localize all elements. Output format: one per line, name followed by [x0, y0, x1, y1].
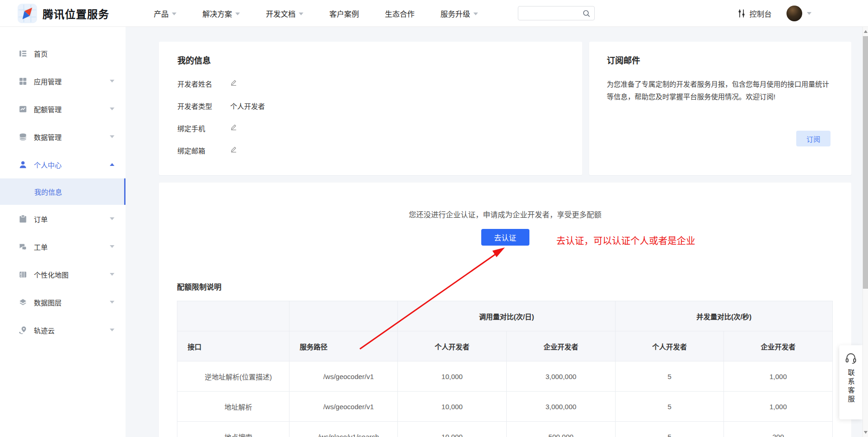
empty-header-cell: [289, 301, 398, 331]
nav-ecosystem[interactable]: 生态合作: [385, 8, 415, 19]
nav-solutions[interactable]: 解决方案: [202, 8, 240, 19]
sidebar-item-orders[interactable]: 订单: [0, 205, 126, 233]
sidebar-item-custom-map[interactable]: 个性化地图: [0, 260, 126, 288]
profile-field-name: 开发者姓名: [177, 79, 582, 88]
scrollbar-down-arrow[interactable]: [864, 431, 868, 434]
profile-field-phone: 绑定手机: [177, 123, 582, 133]
table-row: 逆地址解析(位置描述) /ws/geocoder/v1 10,000 3,000…: [177, 361, 833, 392]
search-input[interactable]: [522, 7, 582, 19]
main-nav: 产品 解决方案 开发文档 客户案例 生态合作 服务升级: [154, 8, 478, 19]
top-header: 腾讯位置服务 产品 解决方案 开发文档 客户案例 生态合作 服务升级 控制台: [0, 0, 868, 27]
chat-icon: [19, 242, 27, 251]
chevron-down-icon: [110, 108, 114, 110]
sidebar-subitem-my-info[interactable]: 我的信息: [0, 178, 126, 205]
grid-icon: [19, 77, 27, 86]
chevron-down-icon: [110, 245, 114, 248]
sidebar-item-home[interactable]: 首页: [0, 39, 126, 67]
console-link[interactable]: 控制台: [737, 8, 772, 19]
nav-products[interactable]: 产品: [154, 8, 176, 19]
subscribe-card: 订阅邮件 为您准备了专属定制的开发者服务月报，包含您每月使用的接口用量统计等信息…: [589, 42, 851, 175]
location-pin-icon: [19, 326, 27, 335]
nav-docs[interactable]: 开发文档: [266, 8, 303, 19]
chevron-down-icon: [110, 329, 114, 331]
avatar[interactable]: [786, 6, 802, 21]
compass-logo-icon: [18, 4, 37, 23]
col-header-personal-calls: 个人开发者: [398, 331, 507, 361]
edit-pencil-icon[interactable]: [230, 124, 237, 133]
chevron-down-icon: [110, 273, 114, 276]
developer-type-value: 个人开发者: [230, 101, 265, 111]
sidebar-item-personal-center[interactable]: 个人中心: [0, 151, 126, 178]
subscribe-card-title: 订阅邮件: [607, 54, 833, 66]
support-label: 联系客服: [846, 369, 856, 404]
chevron-down-icon: [299, 13, 303, 15]
annotation-text: 去认证，可以认证个人或者是企业: [556, 234, 695, 247]
certification-message: 您还没进行企业认证，申请成为企业开发者，享受更多配额: [159, 183, 851, 220]
sidebar-item-quota[interactable]: 配额管理: [0, 95, 126, 123]
chevron-down-icon: [235, 13, 240, 15]
brand-name: 腾讯位置服务: [43, 6, 109, 21]
chevron-down-icon[interactable]: [807, 12, 811, 15]
col-header-api: 接口: [177, 331, 289, 361]
quota-table-header-row: 接口 服务路径 个人开发者 企业开发者 个人开发者 企业开发者: [177, 331, 833, 361]
profile-card: 我的信息 开发者姓名 开发者类型 个人开发者 绑定手机 绑定邮箱: [159, 42, 582, 175]
chevron-down-icon: [110, 217, 114, 220]
go-certify-button[interactable]: 去认证: [481, 229, 529, 246]
search-box[interactable]: [518, 6, 595, 20]
brand-logo[interactable]: 腾讯位置服务: [18, 4, 109, 23]
group-header-concurrency: 并发量对比(次/秒): [616, 301, 833, 331]
edit-pencil-icon[interactable]: [230, 146, 237, 155]
sidebar-item-track-cloud[interactable]: 轨迹云: [0, 316, 126, 344]
home-list-icon: [19, 49, 27, 58]
profile-field-email: 绑定邮箱: [177, 146, 582, 155]
contact-support-widget[interactable]: 联系客服: [839, 345, 862, 419]
vertical-scrollbar[interactable]: [862, 27, 868, 437]
chevron-down-icon: [110, 301, 114, 304]
user-icon: [19, 160, 27, 169]
sidebar-item-data[interactable]: 数据管理: [0, 123, 126, 151]
quota-table-group-header-row: 调用量对比(次/日) 并发量对比(次/秒): [177, 301, 833, 331]
col-header-path: 服务路径: [289, 331, 398, 361]
database-icon: [19, 133, 27, 141]
clipboard-icon: [19, 215, 27, 223]
chevron-down-icon: [473, 13, 478, 15]
main-content: 我的信息 开发者姓名 开发者类型 个人开发者 绑定手机 绑定邮箱 订阅邮件 为您…: [126, 27, 868, 437]
profile-card-title: 我的信息: [177, 54, 582, 66]
quota-table-title: 配额限制说明: [177, 281, 221, 292]
quota-table: 调用量对比(次/日) 并发量对比(次/秒) 接口 服务路径 个人开发者 企业开发…: [177, 301, 833, 437]
map-icon: [19, 270, 27, 279]
chevron-down-icon: [110, 80, 114, 82]
profile-field-type: 开发者类型 个人开发者: [177, 101, 582, 110]
headset-icon: [845, 352, 857, 364]
layers-icon: [19, 298, 27, 307]
sliders-icon: [737, 9, 746, 18]
console-label: 控制台: [749, 8, 772, 19]
search-icon[interactable]: [582, 9, 591, 19]
table-row: 地点搜索 /ws/place/v1/search 10,000 500,000 …: [177, 422, 833, 437]
sidebar-item-data-layers[interactable]: 数据图层: [0, 288, 126, 316]
empty-header-cell: [177, 301, 289, 331]
table-row: 地址解析 /ws/geocoder/v1 10,000 3,000,000 5 …: [177, 392, 833, 422]
col-header-personal-conc: 个人开发者: [616, 331, 724, 361]
nav-upgrade[interactable]: 服务升级: [440, 8, 478, 19]
subscribe-button[interactable]: 订阅: [796, 131, 830, 146]
chevron-down-icon: [172, 13, 176, 15]
col-header-enterprise-conc: 企业开发者: [724, 331, 833, 361]
chevron-up-icon: [110, 163, 114, 166]
group-header-calls: 调用量对比(次/日): [398, 301, 616, 331]
col-header-enterprise-calls: 企业开发者: [507, 331, 616, 361]
scrollbar-up-arrow[interactable]: [864, 30, 868, 33]
edit-pencil-icon[interactable]: [230, 79, 237, 88]
scrollbar-thumb[interactable]: [863, 36, 868, 289]
certification-quota-card: 您还没进行企业认证，申请成为企业开发者，享受更多配额 去认证 去认证，可以认证个…: [159, 183, 851, 437]
sidebar-item-apps[interactable]: 应用管理: [0, 67, 126, 95]
sidebar: 首页 应用管理 配额管理 数据管理 个人中心 我的信息 订单: [0, 27, 126, 437]
subscribe-description: 为您准备了专属定制的开发者服务月报，包含您每月使用的接口用量统计等信息，帮助您及…: [607, 78, 835, 103]
chevron-down-icon: [110, 135, 114, 138]
chart-icon: [19, 105, 27, 114]
nav-cases[interactable]: 客户案例: [329, 8, 359, 19]
sidebar-item-tickets[interactable]: 工单: [0, 233, 126, 260]
